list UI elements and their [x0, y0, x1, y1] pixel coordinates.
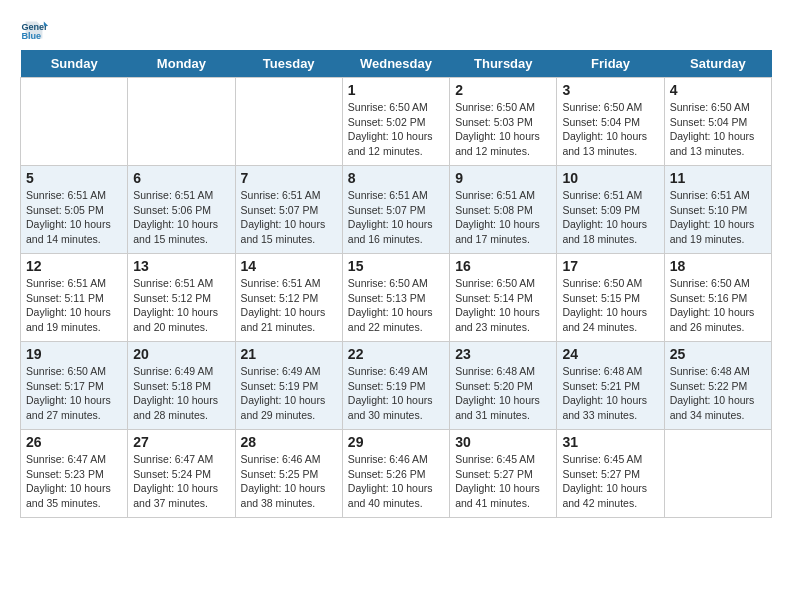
- day-info: Sunrise: 6:50 AMSunset: 5:04 PMDaylight:…: [670, 100, 766, 159]
- calendar-cell: [21, 78, 128, 166]
- day-number: 29: [348, 434, 444, 450]
- day-info: Sunrise: 6:51 AMSunset: 5:07 PMDaylight:…: [241, 188, 337, 247]
- svg-text:Blue: Blue: [21, 31, 41, 41]
- weekday-header-tuesday: Tuesday: [235, 50, 342, 78]
- calendar-cell: 2Sunrise: 6:50 AMSunset: 5:03 PMDaylight…: [450, 78, 557, 166]
- day-number: 26: [26, 434, 122, 450]
- calendar-cell: 22Sunrise: 6:49 AMSunset: 5:19 PMDayligh…: [342, 342, 449, 430]
- day-number: 28: [241, 434, 337, 450]
- day-info: Sunrise: 6:45 AMSunset: 5:27 PMDaylight:…: [455, 452, 551, 511]
- weekday-header-sunday: Sunday: [21, 50, 128, 78]
- calendar-cell: 11Sunrise: 6:51 AMSunset: 5:10 PMDayligh…: [664, 166, 771, 254]
- calendar-cell: 30Sunrise: 6:45 AMSunset: 5:27 PMDayligh…: [450, 430, 557, 518]
- day-info: Sunrise: 6:50 AMSunset: 5:04 PMDaylight:…: [562, 100, 658, 159]
- day-number: 9: [455, 170, 551, 186]
- weekday-header-monday: Monday: [128, 50, 235, 78]
- day-info: Sunrise: 6:50 AMSunset: 5:14 PMDaylight:…: [455, 276, 551, 335]
- day-info: Sunrise: 6:45 AMSunset: 5:27 PMDaylight:…: [562, 452, 658, 511]
- calendar-cell: 25Sunrise: 6:48 AMSunset: 5:22 PMDayligh…: [664, 342, 771, 430]
- day-number: 14: [241, 258, 337, 274]
- calendar-cell: 9Sunrise: 6:51 AMSunset: 5:08 PMDaylight…: [450, 166, 557, 254]
- day-number: 13: [133, 258, 229, 274]
- calendar-cell: 24Sunrise: 6:48 AMSunset: 5:21 PMDayligh…: [557, 342, 664, 430]
- calendar-week-row: 1Sunrise: 6:50 AMSunset: 5:02 PMDaylight…: [21, 78, 772, 166]
- day-number: 20: [133, 346, 229, 362]
- logo-icon: General Blue: [20, 16, 48, 44]
- calendar-cell: 26Sunrise: 6:47 AMSunset: 5:23 PMDayligh…: [21, 430, 128, 518]
- day-info: Sunrise: 6:47 AMSunset: 5:24 PMDaylight:…: [133, 452, 229, 511]
- calendar-cell: 20Sunrise: 6:49 AMSunset: 5:18 PMDayligh…: [128, 342, 235, 430]
- day-info: Sunrise: 6:46 AMSunset: 5:25 PMDaylight:…: [241, 452, 337, 511]
- calendar-cell: 18Sunrise: 6:50 AMSunset: 5:16 PMDayligh…: [664, 254, 771, 342]
- day-info: Sunrise: 6:51 AMSunset: 5:11 PMDaylight:…: [26, 276, 122, 335]
- calendar-week-row: 12Sunrise: 6:51 AMSunset: 5:11 PMDayligh…: [21, 254, 772, 342]
- calendar-cell: 13Sunrise: 6:51 AMSunset: 5:12 PMDayligh…: [128, 254, 235, 342]
- day-number: 19: [26, 346, 122, 362]
- day-info: Sunrise: 6:46 AMSunset: 5:26 PMDaylight:…: [348, 452, 444, 511]
- calendar-cell: 10Sunrise: 6:51 AMSunset: 5:09 PMDayligh…: [557, 166, 664, 254]
- day-number: 1: [348, 82, 444, 98]
- day-number: 4: [670, 82, 766, 98]
- day-info: Sunrise: 6:49 AMSunset: 5:19 PMDaylight:…: [348, 364, 444, 423]
- day-info: Sunrise: 6:51 AMSunset: 5:07 PMDaylight:…: [348, 188, 444, 247]
- day-number: 23: [455, 346, 551, 362]
- calendar-week-row: 26Sunrise: 6:47 AMSunset: 5:23 PMDayligh…: [21, 430, 772, 518]
- weekday-header-friday: Friday: [557, 50, 664, 78]
- calendar-cell: 5Sunrise: 6:51 AMSunset: 5:05 PMDaylight…: [21, 166, 128, 254]
- day-number: 17: [562, 258, 658, 274]
- calendar-cell: 7Sunrise: 6:51 AMSunset: 5:07 PMDaylight…: [235, 166, 342, 254]
- day-info: Sunrise: 6:51 AMSunset: 5:12 PMDaylight:…: [241, 276, 337, 335]
- calendar-cell: 17Sunrise: 6:50 AMSunset: 5:15 PMDayligh…: [557, 254, 664, 342]
- day-info: Sunrise: 6:51 AMSunset: 5:05 PMDaylight:…: [26, 188, 122, 247]
- day-info: Sunrise: 6:51 AMSunset: 5:09 PMDaylight:…: [562, 188, 658, 247]
- calendar-cell: [235, 78, 342, 166]
- calendar-cell: 29Sunrise: 6:46 AMSunset: 5:26 PMDayligh…: [342, 430, 449, 518]
- day-info: Sunrise: 6:50 AMSunset: 5:17 PMDaylight:…: [26, 364, 122, 423]
- calendar-cell: 12Sunrise: 6:51 AMSunset: 5:11 PMDayligh…: [21, 254, 128, 342]
- calendar-table: SundayMondayTuesdayWednesdayThursdayFrid…: [20, 50, 772, 518]
- day-number: 11: [670, 170, 766, 186]
- calendar-cell: 4Sunrise: 6:50 AMSunset: 5:04 PMDaylight…: [664, 78, 771, 166]
- calendar-cell: 16Sunrise: 6:50 AMSunset: 5:14 PMDayligh…: [450, 254, 557, 342]
- weekday-header-row: SundayMondayTuesdayWednesdayThursdayFrid…: [21, 50, 772, 78]
- day-info: Sunrise: 6:51 AMSunset: 5:12 PMDaylight:…: [133, 276, 229, 335]
- header: General Blue: [20, 16, 772, 44]
- day-info: Sunrise: 6:47 AMSunset: 5:23 PMDaylight:…: [26, 452, 122, 511]
- day-info: Sunrise: 6:51 AMSunset: 5:06 PMDaylight:…: [133, 188, 229, 247]
- calendar-cell: [128, 78, 235, 166]
- day-number: 8: [348, 170, 444, 186]
- day-number: 2: [455, 82, 551, 98]
- calendar-cell: 3Sunrise: 6:50 AMSunset: 5:04 PMDaylight…: [557, 78, 664, 166]
- day-number: 18: [670, 258, 766, 274]
- day-number: 22: [348, 346, 444, 362]
- day-number: 6: [133, 170, 229, 186]
- calendar-cell: [664, 430, 771, 518]
- day-info: Sunrise: 6:51 AMSunset: 5:08 PMDaylight:…: [455, 188, 551, 247]
- calendar-cell: 28Sunrise: 6:46 AMSunset: 5:25 PMDayligh…: [235, 430, 342, 518]
- day-number: 5: [26, 170, 122, 186]
- day-number: 7: [241, 170, 337, 186]
- day-info: Sunrise: 6:50 AMSunset: 5:02 PMDaylight:…: [348, 100, 444, 159]
- calendar-week-row: 5Sunrise: 6:51 AMSunset: 5:05 PMDaylight…: [21, 166, 772, 254]
- weekday-header-thursday: Thursday: [450, 50, 557, 78]
- calendar-cell: 23Sunrise: 6:48 AMSunset: 5:20 PMDayligh…: [450, 342, 557, 430]
- day-info: Sunrise: 6:48 AMSunset: 5:21 PMDaylight:…: [562, 364, 658, 423]
- day-number: 25: [670, 346, 766, 362]
- day-number: 10: [562, 170, 658, 186]
- day-number: 21: [241, 346, 337, 362]
- logo: General Blue: [20, 16, 52, 44]
- day-info: Sunrise: 6:49 AMSunset: 5:19 PMDaylight:…: [241, 364, 337, 423]
- calendar-cell: 1Sunrise: 6:50 AMSunset: 5:02 PMDaylight…: [342, 78, 449, 166]
- calendar-cell: 6Sunrise: 6:51 AMSunset: 5:06 PMDaylight…: [128, 166, 235, 254]
- day-info: Sunrise: 6:50 AMSunset: 5:13 PMDaylight:…: [348, 276, 444, 335]
- day-number: 16: [455, 258, 551, 274]
- calendar-week-row: 19Sunrise: 6:50 AMSunset: 5:17 PMDayligh…: [21, 342, 772, 430]
- calendar-cell: 21Sunrise: 6:49 AMSunset: 5:19 PMDayligh…: [235, 342, 342, 430]
- calendar-cell: 19Sunrise: 6:50 AMSunset: 5:17 PMDayligh…: [21, 342, 128, 430]
- day-info: Sunrise: 6:51 AMSunset: 5:10 PMDaylight:…: [670, 188, 766, 247]
- day-number: 12: [26, 258, 122, 274]
- calendar-wrapper: General Blue SundayMondayTuesdayWednesda…: [0, 0, 792, 612]
- calendar-cell: 15Sunrise: 6:50 AMSunset: 5:13 PMDayligh…: [342, 254, 449, 342]
- day-info: Sunrise: 6:48 AMSunset: 5:22 PMDaylight:…: [670, 364, 766, 423]
- day-number: 3: [562, 82, 658, 98]
